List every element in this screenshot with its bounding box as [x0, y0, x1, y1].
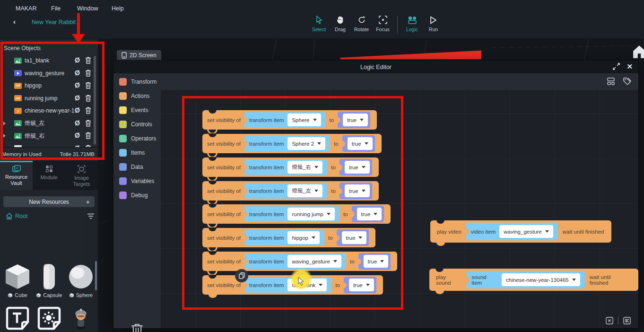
- transform-item-sub-block[interactable]: transform itemrunning jump: [244, 206, 339, 222]
- trash-drop-icon[interactable]: [131, 323, 143, 332]
- resource-capsule[interactable]: Capsule: [34, 262, 65, 298]
- delete-icon[interactable]: [85, 120, 91, 129]
- transform-item-dropdown[interactable]: waving_gesture: [287, 255, 341, 268]
- palette-data[interactable]: Data: [119, 163, 143, 171]
- transform-item-dropdown[interactable]: hipgop: [287, 231, 320, 244]
- transform-item-dropdown[interactable]: 燈籠_右: [287, 161, 322, 174]
- transform-item-sub-block[interactable]: transform itemwaving_gesture: [244, 253, 346, 269]
- transform-item-sub-block[interactable]: transform itemSphere 2: [244, 136, 330, 151]
- block-set-visibility-hipgop[interactable]: set visibility of transform itemhipgop t…: [202, 228, 375, 247]
- scene-row-ta1-blank[interactable]: ta1_blank Ø: [0, 54, 98, 67]
- logic-editor-titlebar[interactable]: Logic Editor ✕: [113, 61, 638, 73]
- block-set-visibility-sphere2[interactable]: set visibility of transform itemSphere 2…: [202, 134, 382, 153]
- close-icon[interactable]: ✕: [627, 63, 633, 70]
- block-set-visibility-sphere[interactable]: set visibility of transform itemSphere t…: [202, 110, 377, 130]
- visibility-off-icon[interactable]: Ø: [75, 69, 80, 77]
- resource-sphere[interactable]: Sphere: [65, 262, 96, 298]
- new-resources-button[interactable]: New Resources +: [3, 196, 95, 207]
- video-item-dropdown[interactable]: waving_gesture: [499, 225, 553, 238]
- value-dropdown[interactable]: true: [364, 255, 389, 268]
- transform-item-sub-block[interactable]: transform item燈籠_左: [244, 183, 327, 199]
- back-chevron-icon[interactable]: ‹: [13, 17, 16, 26]
- value-dropdown[interactable]: true: [345, 161, 370, 174]
- value-dropdown[interactable]: true: [343, 114, 368, 126]
- visibility-off-icon[interactable]: Ø: [75, 131, 80, 139]
- transform-item-sub-block[interactable]: transform itemta1_blank: [244, 277, 331, 293]
- menu-window[interactable]: Window: [77, 5, 98, 12]
- tool-run[interactable]: Run: [423, 15, 444, 32]
- palette-events[interactable]: Events: [119, 106, 148, 114]
- transform-item-dropdown[interactable]: 燈籠_左: [287, 184, 322, 197]
- menu-help[interactable]: Help: [112, 5, 124, 12]
- project-name[interactable]: New Year Rabbit: [32, 19, 76, 26]
- expand-arrow-icon[interactable]: [3, 134, 6, 138]
- palette-variables[interactable]: Variables: [119, 177, 154, 185]
- list-box-icon[interactable]: [623, 317, 631, 324]
- delete-icon[interactable]: [85, 107, 91, 116]
- tool-select[interactable]: Select: [308, 15, 330, 32]
- logic-canvas[interactable]: set visibility of transform itemSphere t…: [161, 90, 638, 328]
- palette-items[interactable]: Items: [119, 149, 145, 157]
- delete-icon[interactable]: [85, 132, 91, 141]
- delete-icon[interactable]: [85, 82, 91, 91]
- menu-file[interactable]: File: [51, 5, 61, 12]
- scene-list-scrollbar[interactable]: [94, 56, 96, 145]
- transform-item-dropdown[interactable]: Sphere 2: [287, 137, 325, 150]
- transform-item-dropdown[interactable]: running jump: [287, 208, 334, 220]
- transform-item-sub-block[interactable]: transform itemSphere: [244, 112, 326, 128]
- visibility-off-icon[interactable]: Ø: [75, 81, 80, 89]
- tool-rotate[interactable]: Rotate: [351, 15, 372, 32]
- palette-transform[interactable]: Transform: [119, 78, 157, 86]
- block-play-video[interactable]: play video video itemwaving_gesture wait…: [430, 220, 611, 243]
- delete-icon[interactable]: [85, 70, 91, 79]
- tab-resource-vault[interactable]: Resource Vault: [0, 161, 33, 190]
- block-play-sound[interactable]: play sound sound itemchinese-new-year-13…: [429, 269, 638, 291]
- palette-debug[interactable]: Debug: [119, 192, 148, 199]
- transform-item-dropdown[interactable]: Sphere: [287, 114, 321, 126]
- resource-text[interactable]: TText: [2, 304, 33, 332]
- sort-filter-icon[interactable]: [87, 213, 95, 219]
- value-dropdown[interactable]: true: [348, 137, 373, 150]
- scene-row-lantern-right[interactable]: 燈籠_右 Ø: [0, 130, 98, 142]
- value-dropdown[interactable]: true: [345, 184, 370, 197]
- scene-row-waving-gesture[interactable]: waving_gesture Ø: [0, 67, 98, 80]
- delete-icon[interactable]: [85, 95, 91, 104]
- visibility-off-icon[interactable]: Ø: [75, 106, 80, 114]
- resource-light[interactable]: Light: [34, 304, 65, 332]
- value-dropdown[interactable]: true: [357, 208, 382, 220]
- scene-row-partial[interactable]: Ø: [0, 142, 98, 148]
- close-box-icon[interactable]: [606, 317, 613, 324]
- scene-row-running-jump[interactable]: GIF running jump Ø: [0, 92, 98, 105]
- palette-operators[interactable]: Operators: [119, 135, 156, 142]
- tool-focus[interactable]: Focus: [372, 15, 393, 32]
- palette-controls[interactable]: Controls: [119, 121, 152, 128]
- tags-icon[interactable]: [623, 77, 632, 86]
- block-set-visibility-lantern-left[interactable]: set visibility of transform item燈籠_左 to …: [202, 181, 379, 201]
- tool-drag[interactable]: Drag: [330, 15, 351, 32]
- transform-item-sub-block[interactable]: transform itemhipgop: [244, 230, 324, 245]
- menu-makar[interactable]: MAKAR: [16, 5, 36, 12]
- visibility-off-icon[interactable]: Ø: [75, 119, 80, 127]
- block-set-visibility-running-jump[interactable]: set visibility of transform itemrunning …: [202, 204, 391, 224]
- scene-row-hipgop[interactable]: GIF hipgop Ø: [0, 79, 98, 92]
- tab-image-targets[interactable]: Image Targets: [65, 161, 98, 190]
- expand-icon[interactable]: [613, 63, 620, 70]
- transform-item-sub-block[interactable]: transform item燈籠_右: [244, 159, 327, 175]
- palette-actions[interactable]: Actions: [119, 92, 149, 100]
- visibility-off-icon[interactable]: Ø: [75, 56, 80, 64]
- resource-cube[interactable]: Cube: [2, 262, 33, 298]
- copy-button[interactable]: [235, 269, 248, 282]
- visibility-off-icon[interactable]: Ø: [75, 94, 80, 102]
- home-icon[interactable]: [632, 44, 644, 59]
- sound-item-sub-block[interactable]: sound itemchinese-new-year-130465: [467, 271, 584, 288]
- value-dropdown[interactable]: true: [349, 279, 374, 291]
- root-row[interactable]: Root: [0, 212, 98, 221]
- layout-blocks-icon[interactable]: [607, 77, 615, 86]
- block-set-visibility-lantern-right[interactable]: set visibility of transform item燈籠_右 to …: [202, 157, 379, 177]
- expand-arrow-icon[interactable]: [3, 122, 6, 125]
- tool-logic[interactable]: Logic: [401, 15, 423, 32]
- value-dropdown[interactable]: true: [342, 231, 367, 244]
- scene-row-chinese-new-year[interactable]: ♪ chinese-new-year-1 Ø: [0, 105, 98, 117]
- video-item-sub-block[interactable]: video itemwaving_gesture: [466, 223, 558, 240]
- scene-row-lantern-left[interactable]: 燈籠_左 Ø: [0, 117, 98, 130]
